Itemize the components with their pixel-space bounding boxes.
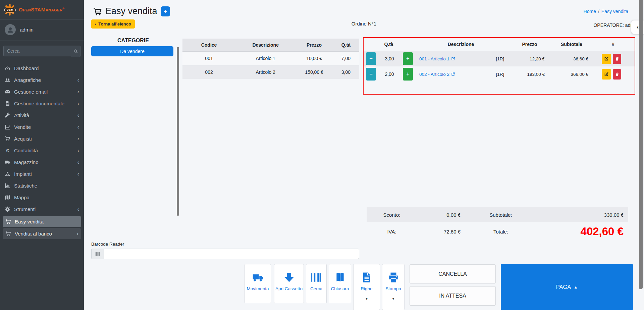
envelope-icon	[5, 89, 10, 95]
sidebar-item-contabilita[interactable]: €Contabilità‹	[0, 145, 84, 156]
apri-cassetto-button[interactable]: Apri Cassetto	[274, 264, 304, 303]
external-link-icon	[451, 57, 455, 61]
breadcrumb-current-link[interactable]: Easy vendita	[601, 9, 628, 14]
column-header-qta: Q.tà	[333, 42, 359, 48]
article-link[interactable]: 002 - Articolo 2	[419, 72, 455, 77]
chevron-left-icon: ‹	[77, 89, 79, 95]
dashboard-icon	[5, 65, 10, 71]
caret-up-icon: ▲	[574, 285, 578, 290]
registered-mark: ®	[62, 7, 64, 10]
chart-line-icon	[5, 124, 10, 130]
sidebar-item-impianti[interactable]: Impianti‹	[0, 168, 84, 180]
sidebar-item-gestione-email[interactable]: Gestione email‹	[0, 86, 84, 98]
sidebar-item-easy-vendita[interactable]: Easy vendita	[3, 216, 81, 227]
chevron-left-icon: ‹	[77, 148, 79, 153]
subtotal-value: 366,00 €	[545, 72, 588, 77]
avatar	[5, 24, 16, 35]
delete-row-button[interactable]	[613, 54, 621, 64]
sidebar-item-anagrafiche[interactable]: Anagrafiche‹	[0, 74, 84, 86]
sidebar-item-attivita[interactable]: Attività‹	[0, 109, 84, 121]
products-table-header: Codice Descrizione Prezzo Q.tà	[182, 39, 359, 52]
column-header-descrizione: Descrizione	[414, 42, 508, 47]
edit-row-button[interactable]	[602, 54, 611, 64]
sconto-label: Sconto:	[367, 212, 417, 218]
sidebar-item-magazzino[interactable]: Magazzino‹	[0, 156, 84, 168]
sidebar-item-statistiche[interactable]: Statistiche	[0, 180, 84, 192]
categories-scrollbar[interactable]	[177, 47, 179, 216]
sidebar-item-acquisti[interactable]: Acquisti‹	[0, 133, 84, 145]
subtotale-label: Subtotale:	[461, 212, 541, 218]
increase-qty-button[interactable]: +	[403, 52, 413, 65]
breadcrumb-home-link[interactable]: Home	[584, 9, 596, 14]
cancella-button[interactable]: CANCELLA	[410, 264, 496, 283]
file-lines-icon	[361, 272, 373, 283]
subtotale-value: 330,00 €	[541, 212, 628, 218]
sidebar-item-vendita-al-banco[interactable]: Vendita al banco‹	[3, 228, 81, 239]
sidebar-item-gestione-documentale[interactable]: Gestione documentale‹	[0, 98, 84, 109]
document-icon	[5, 101, 10, 106]
arrow-down-icon	[283, 272, 295, 283]
column-header-codice: Codice	[182, 42, 235, 48]
cart-icon	[5, 219, 11, 224]
sidebar-item-strumenti[interactable]: Strumenti‹	[0, 203, 84, 215]
euro-icon: €	[5, 148, 10, 153]
search-button[interactable]	[71, 46, 80, 57]
stampa-dropdown-button[interactable]: Stampa ▾	[382, 264, 405, 310]
article-link[interactable]: 001 - Articolo 1	[419, 56, 455, 61]
tax-code: [1R]	[486, 72, 515, 77]
in-attesa-button[interactable]: IN ATTESA	[410, 286, 496, 306]
cart-panel: Q.tà Descrizione Prezzo Subtotale # − 3,…	[363, 37, 635, 95]
qty-value: 3,00	[378, 56, 400, 61]
category-da-vendere-button[interactable]: Da vendere	[91, 46, 173, 56]
product-row[interactable]: 001 Articolo 1 10,00 € 7,00	[182, 52, 359, 65]
chevron-left-icon: ‹	[77, 231, 78, 237]
edit-row-button[interactable]	[602, 69, 611, 80]
price-value: 183,00 €	[515, 72, 545, 77]
user-panel[interactable]: admin	[0, 19, 84, 41]
add-order-button[interactable]: +	[161, 6, 170, 16]
paga-button[interactable]: PAGA ▲	[501, 264, 633, 310]
truck-icon	[5, 159, 10, 165]
righe-dropdown-button[interactable]: Righe ▾	[353, 264, 380, 310]
page-scrollbar[interactable]	[639, 0, 643, 289]
edit-icon	[604, 72, 609, 76]
delete-row-button[interactable]	[613, 69, 621, 80]
barcode-addon	[91, 249, 104, 259]
truck-icon	[252, 272, 264, 283]
cart-icon	[5, 136, 10, 142]
wrench-icon	[5, 112, 10, 118]
main-content: Easy vendita + Home/Easy vendita ‹ Torna…	[84, 0, 644, 310]
sidebar: OSM OpenSTAManager® admin Dashboard Anag…	[0, 0, 84, 310]
minus-icon: −	[369, 56, 372, 62]
trash-icon	[615, 72, 619, 76]
barcode-reader-label: Barcode Reader	[91, 242, 124, 247]
map-icon	[5, 195, 10, 200]
decrease-qty-button[interactable]: −	[366, 68, 376, 81]
qty-value: 2,00	[378, 71, 400, 77]
movimenta-button[interactable]: Movimenta	[245, 264, 271, 303]
increase-qty-button[interactable]: +	[403, 68, 413, 81]
barcode-icon	[310, 272, 322, 283]
cart-row: − 2,00 + 002 - Articolo 2 [1R] 183,00 € …	[364, 66, 635, 82]
sconto-value: 0,00 €	[417, 212, 461, 218]
cerca-button[interactable]: Cerca	[306, 264, 327, 303]
chevron-left-icon: ‹	[77, 124, 79, 130]
cart-icon	[93, 7, 102, 16]
plus-icon: +	[406, 71, 409, 77]
search-input[interactable]	[3, 46, 71, 56]
sidebar-search	[3, 46, 80, 57]
sidebar-item-mappa[interactable]: Mappa	[0, 192, 84, 203]
barcode-icon	[95, 251, 100, 256]
gear-icon	[5, 206, 10, 212]
chiusura-button[interactable]: Chiusura	[329, 264, 351, 303]
brand[interactable]: OSM OpenSTAManager®	[0, 0, 84, 19]
sidebar-item-vendite[interactable]: Vendite‹	[0, 121, 84, 133]
decrease-qty-button[interactable]: −	[366, 52, 376, 65]
column-header-prezzo: Prezzo	[296, 42, 333, 48]
barcode-input[interactable]	[104, 249, 359, 259]
sidebar-item-dashboard[interactable]: Dashboard	[0, 62, 84, 74]
product-row[interactable]: 002 Articolo 2 150,00 € 3,00	[182, 65, 359, 79]
cart-row: − 3,00 + 001 - Articolo 1 [1R] 12,20 € 3…	[364, 51, 635, 66]
external-link-icon	[451, 72, 455, 76]
caret-down-icon: ▾	[366, 297, 368, 301]
